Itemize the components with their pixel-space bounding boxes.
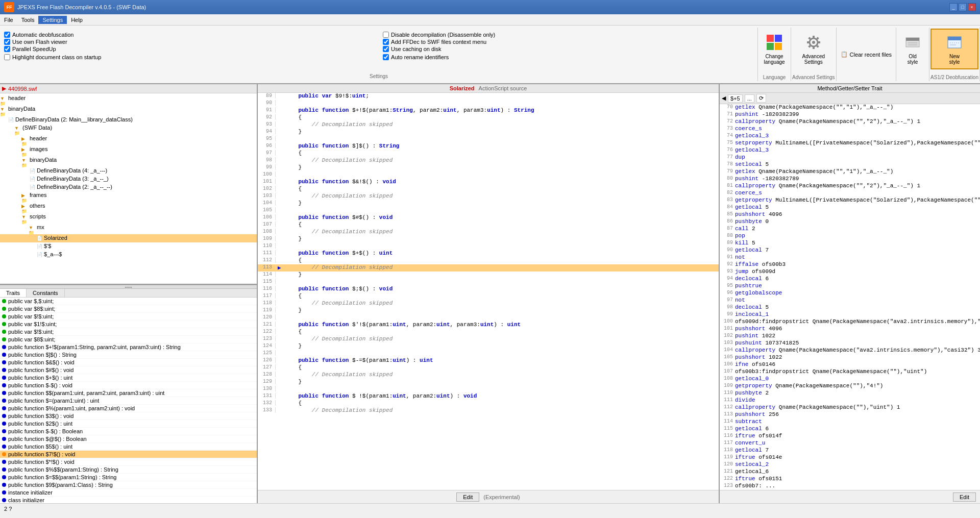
trait-row[interactable]: public function $+$() : uint xyxy=(0,374,257,382)
svg-rect-9 xyxy=(818,41,820,43)
trait-row[interactable]: public function $*!$() : void xyxy=(0,458,257,466)
asm-content: coerce_s xyxy=(735,126,980,132)
edit-button-right[interactable]: Edit xyxy=(953,492,976,502)
trait-row[interactable]: public function $%$$(param1:String) : St… xyxy=(0,466,257,474)
tree-item[interactable]: 📄DefineBinaryData (2: _a_--_--) xyxy=(0,183,257,191)
asm-line: 71pushint -1820382399 xyxy=(720,111,980,118)
tree-item[interactable]: 📄DefineBinaryData (3: _a_--_) xyxy=(0,175,257,183)
auto-rename-checkbox[interactable]: Auto rename identifiers xyxy=(383,54,753,60)
line-number: 115 xyxy=(258,279,276,284)
trait-row[interactable]: public function $%(param1:uint, param2:u… xyxy=(0,405,257,412)
asm-line: 118getlocal 7 xyxy=(720,447,980,454)
line-number: 108 xyxy=(258,229,276,234)
highlight-doc-checkbox[interactable]: Highlight document class on startup xyxy=(4,54,375,60)
line-content: // Decompilation skipped xyxy=(285,372,719,378)
advanced-settings-group: AdvancedSettings Advanced Settings xyxy=(791,28,836,81)
code-line: 103 // Decompilation skipped xyxy=(258,193,719,200)
panels-row: ▶ 440998.swf ▼ 📁header▼ 📁binaryData📄Defi… xyxy=(0,84,980,503)
bytecode-btn[interactable]: ⟳ xyxy=(756,94,766,103)
tree-item[interactable]: 📄$'$ xyxy=(0,242,257,251)
close-button[interactable]: × xyxy=(968,3,976,11)
line-content: } xyxy=(285,307,719,313)
file-icon: 📄 xyxy=(29,167,36,175)
tree-item[interactable]: 📄DefineBinaryData (4: _a_---) xyxy=(0,167,257,175)
bytecode-content[interactable]: 70getlex Qname(PackageNamespace("","1"),… xyxy=(720,104,980,490)
clear-recent-button[interactable]: 📋 Clear recent files xyxy=(841,51,892,58)
asm-number: 105 xyxy=(720,354,735,360)
trait-row[interactable]: public var $!$:uint; xyxy=(0,313,257,320)
trait-row[interactable]: public var $8$:uint; xyxy=(0,305,257,313)
advanced-settings-button[interactable]: AdvancedSettings xyxy=(792,29,835,69)
code-editor[interactable]: 89 public var $9!$:uint;9091 public func… xyxy=(258,93,719,490)
tab-constants[interactable]: Constants xyxy=(27,289,65,297)
bytecode-tab2[interactable]: ... xyxy=(745,94,754,103)
asm-number: 103 xyxy=(720,340,735,346)
trait-row[interactable]: public var $1!$:uint; xyxy=(0,320,257,328)
menu-settings[interactable]: Settings xyxy=(38,16,67,24)
own-flash-checkbox[interactable]: Use own Flash viewer xyxy=(4,39,375,45)
asm-line: 86pushbyte 0 xyxy=(720,218,980,226)
bytecode-nav-icon[interactable]: ◀ xyxy=(722,95,726,102)
asm-number: 81 xyxy=(720,183,735,188)
trait-row[interactable]: public function $]$() : String xyxy=(0,351,257,359)
asm-line: 112callproperty Qname(PackageNamespace("… xyxy=(720,404,980,411)
parallel-checkbox[interactable]: Parallel SpeedUp xyxy=(4,46,375,52)
maximize-button[interactable]: □ xyxy=(959,3,967,11)
trait-row[interactable]: public function $-$() : Boolean xyxy=(0,428,257,435)
trait-row[interactable]: public var $8$:uint; xyxy=(0,336,257,343)
trait-row[interactable]: public function $=(param1:uint) : uint xyxy=(0,397,257,405)
trait-row[interactable]: public function $=$$(param1:String) : St… xyxy=(0,474,257,481)
tree-item[interactable]: ▶ 📁others xyxy=(0,202,257,213)
trait-row[interactable]: public function $2$() : uint xyxy=(0,420,257,428)
trait-row[interactable]: public function $3$() : void xyxy=(0,412,257,420)
tree-item[interactable]: ▼ 📁mx xyxy=(0,224,257,234)
tree-item[interactable]: ▼ 📁scripts xyxy=(0,213,257,224)
trait-row[interactable]: instance initializer xyxy=(0,489,257,497)
tree-item[interactable]: 📄$_a---$ xyxy=(0,251,257,259)
trait-text: public function $-$() : void xyxy=(8,382,72,388)
new-style-button[interactable]: Newstyle xyxy=(930,29,978,69)
disable-decompile-checkbox[interactable]: Disable decompilation (Disassemble only) xyxy=(383,32,753,38)
language-button[interactable]: Changelanguage xyxy=(759,29,790,69)
trait-dot xyxy=(2,490,6,495)
menu-tools[interactable]: Tools xyxy=(17,16,39,24)
trait-row[interactable]: public var $,$:uint; xyxy=(0,298,257,305)
trait-row[interactable]: public function $-$() : void xyxy=(0,382,257,389)
tree-item[interactable]: ▼ 📁header xyxy=(0,94,257,105)
tree-item[interactable]: ▶ 📁frames xyxy=(0,191,257,202)
tab-traits[interactable]: Traits xyxy=(0,289,27,297)
old-style-button[interactable]: Oldstyle xyxy=(897,29,928,69)
menu-file[interactable]: File xyxy=(0,16,17,24)
tree-item[interactable]: 📄DefineBinaryData (2: Main__library_data… xyxy=(0,116,257,124)
auto-deob-checkbox[interactable]: Automatic deobfuscation xyxy=(4,32,375,38)
add-ffdec-checkbox[interactable]: Add FFDec to SWF files context menu xyxy=(383,39,753,45)
trait-row[interactable]: public function $@$() : Boolean xyxy=(0,435,257,443)
trait-row[interactable]: public function $&$() : void xyxy=(0,359,257,366)
menu-help[interactable]: Help xyxy=(67,16,87,24)
trait-row[interactable]: public function $#$() : void xyxy=(0,366,257,374)
tree-item[interactable]: ▶ 📁header xyxy=(0,135,257,145)
trait-row[interactable]: public function $5$() : uint xyxy=(0,443,257,451)
line-content: // Decompilation skipped xyxy=(285,121,719,128)
panel-sizer[interactable]: ••••• xyxy=(0,285,257,289)
trait-row[interactable]: public function $$(param1:uint, param2:u… xyxy=(0,389,257,397)
tree-item[interactable]: ▼ 📁binaryData xyxy=(0,156,257,167)
minimize-button[interactable]: _ xyxy=(949,3,958,11)
bytecode-tab-hex[interactable]: $+5 xyxy=(728,94,743,103)
trait-row[interactable]: class initializer xyxy=(0,497,257,503)
asm-line: 105pushshort 1022 xyxy=(720,354,980,361)
tree-item[interactable]: 📄Solarized xyxy=(0,234,257,242)
edit-button-center[interactable]: Edit xyxy=(456,492,479,502)
caching-checkbox[interactable]: Use caching on disk xyxy=(383,46,753,52)
trait-row[interactable]: public function $9$(param1:Class) : Stri… xyxy=(0,481,257,489)
window-controls[interactable]: _ □ × xyxy=(949,3,976,11)
language-group-label: Language xyxy=(759,73,790,80)
asm-content: not xyxy=(735,254,980,260)
trait-row[interactable]: public function $+!$(param1:String, para… xyxy=(0,343,257,351)
tree-item[interactable]: ▼ 📁binaryData xyxy=(0,105,257,116)
trait-row[interactable]: public var $!$:uint; xyxy=(0,328,257,336)
tree-item[interactable]: ▶ 📁images xyxy=(0,145,257,156)
asm-number: 72 xyxy=(720,118,735,124)
tree-item[interactable]: ▼ 📁(SWF Data) xyxy=(0,124,257,135)
trait-row[interactable]: public function $7!$() : void xyxy=(0,451,257,458)
